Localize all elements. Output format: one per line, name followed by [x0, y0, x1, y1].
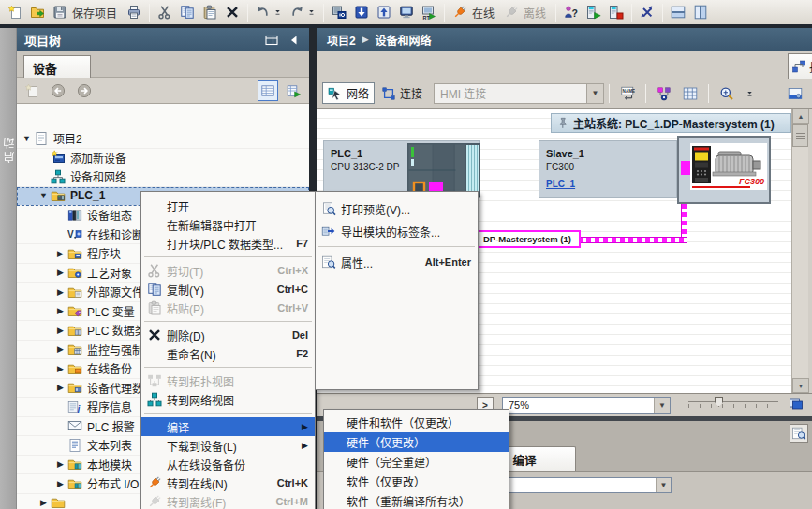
scroll-up-icon[interactable]: ▲ — [792, 109, 809, 124]
zoom-slider[interactable] — [688, 401, 778, 408]
chevron-down-icon[interactable]: ▼ — [586, 84, 603, 103]
network-mode-button[interactable]: 网络 — [322, 82, 375, 104]
chevron-right-icon[interactable]: ▶ — [54, 479, 66, 488]
menu-item[interactable]: 软件（重新编译所有块） — [324, 491, 509, 509]
menu-item[interactable]: 转到拓扑视图 — [141, 371, 315, 390]
chevron-right-icon[interactable]: ▶ — [37, 498, 50, 507]
tab-devices[interactable]: 设备 — [23, 55, 91, 79]
save-project-button[interactable]: 保存项目 — [50, 2, 122, 23]
tree-item[interactable]: 设备和网络 — [17, 167, 309, 187]
chevron-right-icon[interactable]: ▶ — [54, 326, 66, 335]
menu-item[interactable]: 编译▶ — [141, 417, 315, 436]
save-layout-button[interactable] — [783, 82, 807, 104]
slave-device-image[interactable]: FC300 — [677, 136, 771, 204]
menu-item[interactable]: 打印预览(V)... — [316, 197, 478, 220]
menu-item[interactable]: 软件（仅更改） — [324, 472, 509, 491]
float-panel-icon[interactable] — [264, 33, 279, 48]
scrollbar-thumb[interactable] — [792, 124, 808, 147]
menu-item[interactable]: 硬件（仅更改） — [324, 432, 509, 452]
zoom-button[interactable] — [715, 82, 739, 104]
chevron-right-icon[interactable]: ▶ — [54, 383, 66, 392]
new-project-button[interactable] — [5, 2, 25, 23]
device-plc-1[interactable]: PLC_1 CPU 313C-2 DP — [323, 140, 480, 198]
window-arrange-icon[interactable] — [789, 396, 804, 411]
chevron-down-icon[interactable]: ▼ — [37, 191, 50, 200]
tab-topology-view[interactable]: 拓 — [788, 53, 812, 79]
chevron-down-icon[interactable]: ▼ — [654, 398, 670, 413]
go-online-button[interactable]: 在线 — [450, 2, 499, 23]
device-slave-1[interactable]: Slave_1 FC300 PLC_1 — [539, 140, 677, 198]
menu-item[interactable]: 打开 — [141, 196, 315, 215]
canvas-vertical-scrollbar[interactable]: ▲ ▼ — [791, 109, 808, 393]
start-runtime-button[interactable]: RT — [419, 2, 439, 23]
dp-mastersystem-label[interactable]: DP-Mastersystem (1) — [474, 230, 581, 248]
chevron-right-icon[interactable]: ▶ — [54, 459, 66, 469]
back-icon[interactable] — [48, 80, 68, 101]
chevron-right-icon[interactable]: ▶ — [54, 249, 66, 258]
start-simulation-button[interactable] — [396, 2, 417, 23]
tree-item[interactable]: ▼项目2 — [17, 129, 309, 149]
upload-from-device-button[interactable] — [374, 2, 394, 23]
accessible-devices-button[interactable]: ? — [561, 2, 582, 23]
collapse-panel-icon[interactable] — [287, 33, 302, 48]
chevron-right-icon[interactable]: ▶ — [54, 364, 66, 373]
scroll-down-icon[interactable]: ▼ — [792, 378, 809, 393]
cut-button[interactable] — [155, 2, 175, 23]
menu-item[interactable]: 粘贴(P)Ctrl+V — [141, 298, 315, 317]
menu-item[interactable]: 转到网络视图 — [141, 390, 315, 409]
menu-item[interactable]: 导出模块的标签条... — [316, 220, 478, 242]
menu-item[interactable]: 删除(D)Del — [141, 326, 315, 344]
plc-rack-image[interactable] — [407, 143, 480, 197]
breadcrumb-project[interactable]: 项目2 — [327, 32, 356, 48]
forward-icon[interactable] — [74, 80, 95, 101]
stop-cpu-button[interactable] — [606, 2, 627, 23]
download-to-device-button[interactable] — [351, 2, 372, 23]
properties-icon[interactable] — [790, 424, 808, 443]
go-offline-button[interactable]: 离线 — [501, 2, 551, 23]
menu-item[interactable]: 复制(Y)Ctrl+C — [141, 280, 315, 298]
menu-item[interactable]: 打开块/PLC 数据类型...F7 — [141, 234, 315, 253]
cross-references-button[interactable] — [637, 2, 657, 23]
copy-button[interactable] — [177, 2, 198, 23]
delete-button[interactable] — [222, 2, 243, 23]
menu-item[interactable]: 在新编辑器中打开 — [141, 215, 315, 234]
zoom-level-select[interactable]: 75% ▼ — [502, 397, 671, 414]
tree-item[interactable]: 添加新设备 — [17, 149, 309, 168]
menu-item[interactable]: 从在线设备备份 — [141, 455, 315, 473]
caret-bar-icon[interactable] — [307, 5, 316, 20]
chevron-down-icon[interactable]: ▼ — [21, 134, 33, 143]
details-view-icon[interactable] — [258, 80, 278, 101]
menu-item[interactable]: 下载到设备(L)▶ — [141, 436, 315, 455]
paste-button[interactable] — [199, 2, 220, 23]
master-system-header[interactable]: 主站系统: PLC_1.DP-Mastersystem (1) — [551, 113, 791, 133]
menu-item[interactable]: 剪切(T)Ctrl+X — [141, 261, 315, 280]
split-editor-horizontal-button[interactable] — [668, 2, 688, 23]
menu-item[interactable]: 硬件和软件（仅更改） — [324, 413, 509, 432]
compile-button[interactable] — [329, 2, 349, 23]
message-filter-select[interactable]: ▼ — [505, 477, 672, 493]
chevron-right-icon[interactable]: ▶ — [54, 344, 66, 354]
new-item-icon[interactable] — [22, 80, 42, 101]
menu-item[interactable]: 重命名(N)F2 — [141, 344, 315, 363]
breadcrumb-section[interactable]: 设备和网络 — [376, 32, 432, 48]
split-editor-vertical-button[interactable] — [690, 2, 711, 23]
menu-item[interactable]: 转到在线(N)Ctrl+K — [141, 473, 315, 492]
chevron-right-icon[interactable]: ▶ — [54, 268, 66, 277]
menu-item[interactable]: 属性...Alt+Enter — [316, 251, 478, 273]
relations-button[interactable] — [652, 82, 676, 104]
chevron-right-icon[interactable]: ▶ — [54, 287, 66, 297]
chevron-right-icon[interactable]: ▶ — [54, 306, 66, 315]
start-cpu-button[interactable] — [583, 2, 604, 23]
export-table-icon[interactable] — [284, 80, 304, 101]
print-button[interactable] — [124, 2, 144, 23]
menu-item[interactable]: 转到离线(F)Ctrl+M — [141, 492, 315, 509]
open-project-button[interactable] — [27, 2, 48, 23]
caret-bar-icon[interactable] — [273, 5, 282, 20]
redo-button[interactable] — [287, 2, 318, 23]
undo-button[interactable] — [253, 2, 285, 23]
menu-item[interactable]: 硬件（完全重建） — [324, 452, 509, 472]
connections-mode-button[interactable]: 连接 — [376, 82, 427, 104]
connection-type-select[interactable]: HMI 连接 ▼ — [434, 83, 604, 104]
zoom-fit-caret-button[interactable] — [741, 82, 759, 104]
chevron-down-icon[interactable]: ▼ — [656, 478, 671, 492]
